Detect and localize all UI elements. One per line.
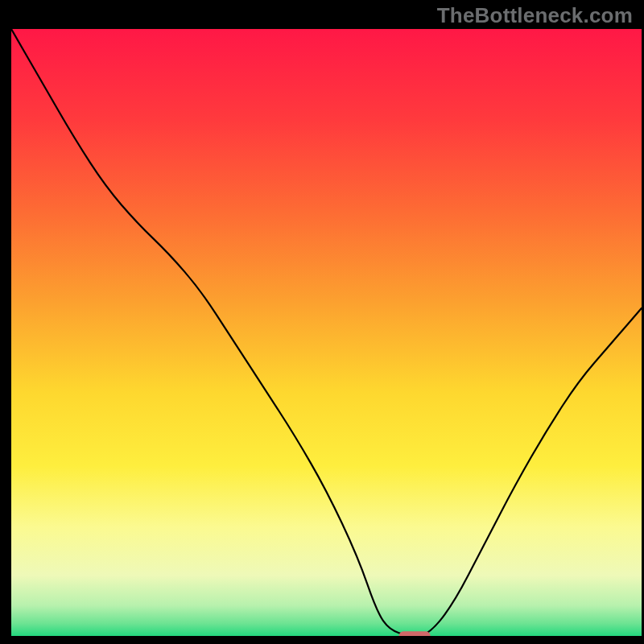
chart-stage: TheBottleneck.com [0,0,644,644]
plot-background [11,29,642,636]
bottleneck-chart [0,0,644,644]
watermark-text: TheBottleneck.com [437,3,633,28]
optimal-marker [399,631,431,640]
